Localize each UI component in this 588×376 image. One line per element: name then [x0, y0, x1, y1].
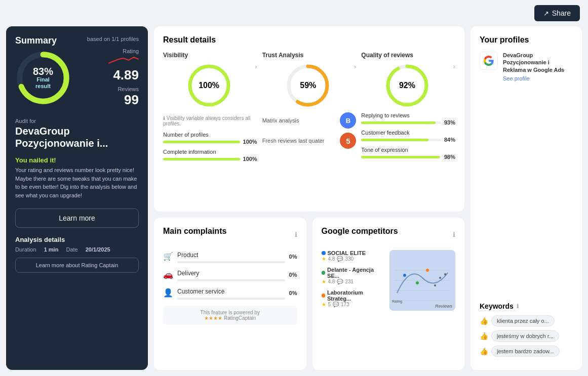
feedback-pct: 84% — [444, 137, 455, 143]
thumbs-up-icon-1: 👍 — [480, 332, 488, 340]
num-profiles-bar — [163, 141, 240, 143]
result-details-title: Result details — [163, 35, 455, 45]
result-details-card: Result details Visibility 100% › ℹ — [154, 26, 464, 212]
competitor-meta-2: ★ 5 💬 173 — [322, 302, 385, 307]
competitor-name-2: Laboratorium Strateg... — [327, 289, 384, 302]
thumbs-up-icon-0: 👍 — [480, 317, 488, 325]
competitors-chart: Rating Reviews — [389, 250, 455, 311]
competitors-chart-svg: Rating — [389, 250, 455, 311]
num-profiles-pct: 100% — [243, 139, 257, 145]
visibility-nav-button[interactable]: › — [255, 63, 257, 70]
matrix-label: Matrix analysis — [262, 117, 335, 123]
final-label: Final result — [29, 76, 57, 90]
feedback-label: Customer feedback — [361, 130, 455, 136]
competitor-rating-1: 4.8 — [328, 279, 335, 284]
competitor-dot-0 — [322, 251, 326, 255]
quality-nav-button[interactable]: › — [453, 63, 455, 70]
share-button[interactable]: Share — [534, 5, 580, 21]
competitors-inner: SOCIAL ELITE ★ 4.8 💬 330 Delante - Agen — [322, 250, 456, 312]
profile-info: DevaGroup Pozycjonowanie i Reklama w Goo… — [503, 52, 573, 81]
trust-nav-button[interactable]: › — [354, 63, 356, 70]
trust-circle: 59% — [285, 63, 331, 108]
learn-captain-button[interactable]: Learn more about Rating Captain — [15, 258, 139, 273]
svg-point-17 — [439, 277, 441, 279]
replying-label: Replying to reviews — [361, 112, 455, 118]
see-profile-link[interactable]: See profile — [503, 75, 573, 81]
competitor-reviews-1: 231 — [345, 279, 354, 284]
competitors-info-button[interactable]: ℹ — [453, 231, 455, 238]
analysis-meta: Duration 1 min Date 20/1/2025 — [15, 246, 139, 253]
complaint-service: 👤 Customer service 0% — [163, 286, 297, 300]
star-icon-1: ★ — [322, 279, 326, 284]
comment-icon-1: 💬 — [337, 279, 343, 284]
rating-sparkline — [108, 54, 139, 65]
tone-pct: 98% — [444, 154, 455, 160]
trust-section: Trust Analysis 59% › Matrix analysis B — [262, 52, 357, 166]
bottom-row: Main complaints ℹ 🛒 Product 0% 🚗 Deliver… — [154, 218, 464, 370]
complaint-delivery-bar — [177, 279, 285, 281]
keyword-item-2: 👍 jestem bardzo zadow... — [480, 346, 573, 357]
competitor-name-1: Delante - Agencja SE... — [327, 267, 384, 279]
star-icon-2: ★ — [322, 302, 326, 307]
final-score-donut: 83% Final result — [15, 50, 71, 106]
keyword-tag-1[interactable]: jesteśmy w dobrych r... — [491, 330, 559, 342]
google-icon — [480, 52, 498, 70]
complaint-product-name: Product — [177, 252, 198, 259]
competitor-rating-2: 5 — [328, 302, 331, 307]
thumbs-up-icon-2: 👍 — [480, 347, 488, 355]
rating-area: Rating 4.89 Reviews 99 — [108, 48, 139, 108]
visibility-note: ℹ Visibility variable always considers a… — [163, 115, 257, 127]
powered-brand: RatingCaptain — [224, 315, 256, 321]
profiles-title: Your profiles — [480, 35, 573, 45]
complaint-delivery-name: Delivery — [177, 270, 199, 277]
svg-point-15 — [426, 269, 429, 272]
competitors-list: SOCIAL ELITE ★ 4.8 💬 330 Delante - Agen — [322, 250, 385, 312]
profiles-list: DevaGroup Pozycjonowanie i Reklama w Goo… — [480, 52, 573, 294]
competitor-reviews-0: 330 — [345, 256, 354, 262]
rating-label: Rating — [108, 48, 139, 54]
profile-item: DevaGroup Pozycjonowanie i Reklama w Goo… — [480, 52, 573, 81]
complaint-product-info: Product — [177, 250, 285, 263]
competitor-reviews-2: 173 — [341, 302, 349, 307]
complaints-card: Main complaints ℹ 🛒 Product 0% 🚗 Deliver… — [154, 218, 306, 370]
keywords-section: Keywords ℹ 👍 klienta przez cały o... 👍 j… — [480, 302, 573, 361]
keyword-item-0: 👍 klienta przez cały o... — [480, 315, 573, 326]
complaint-service-name: Customer service — [177, 288, 224, 295]
keyword-tag-0[interactable]: klienta przez cały o... — [491, 315, 555, 326]
analysis-details: Analysis details Duration 1 min Date 20/… — [15, 236, 139, 253]
keyword-tag-2[interactable]: jestem bardzo zadow... — [491, 346, 560, 357]
rating-value: 4.89 — [108, 67, 139, 83]
learn-more-button[interactable]: Learn more — [15, 208, 139, 228]
complaint-delivery-pct: 0% — [289, 272, 297, 278]
visibility-section: Visibility 100% › ℹ Visibility variable … — [163, 52, 257, 166]
star-icon-0: ★ — [322, 256, 326, 262]
complaint-delivery: 🚗 Delivery 0% — [163, 268, 297, 281]
complaint-service-info: Customer service — [177, 286, 285, 300]
audit-name: DevaGroup Pozycjonowanie i... — [15, 125, 139, 149]
competitors-header: Google competitors ℹ — [322, 227, 456, 243]
service-icon: 👤 — [163, 288, 173, 298]
tone-label: Tone of expression — [361, 147, 455, 153]
powered-by-section: This feature is powered by ★★★★ RatingCa… — [163, 306, 297, 325]
competitor-0: SOCIAL ELITE ★ 4.8 💬 330 — [322, 250, 385, 262]
svg-point-13 — [403, 274, 406, 277]
complaints-header: Main complaints ℹ — [163, 227, 297, 243]
summary-card: Summary based on 1/1 profiles 83% Final … — [6, 26, 148, 370]
complaints-title: Main complaints — [163, 227, 226, 236]
visibility-percent: 100% — [199, 81, 219, 90]
fresh-badge: 5 — [340, 133, 356, 149]
audit-for-label: Audit for — [15, 118, 139, 124]
keywords-info-icon: ℹ — [517, 303, 519, 310]
reviews-label: Reviews — [108, 86, 139, 92]
competitor-rating-0: 4.8 — [328, 256, 335, 262]
competitor-name-0: SOCIAL ELITE — [328, 250, 366, 256]
powered-stars: ★★★★ — [204, 315, 222, 321]
profiles-card: Your profiles DevaGroup Pozycjonowanie i… — [471, 26, 582, 370]
visibility-title: Visibility — [163, 52, 257, 59]
quality-percent: 92% — [399, 81, 415, 90]
reviews-value: 99 — [108, 92, 139, 108]
svg-point-18 — [444, 273, 446, 275]
complaints-info-button[interactable]: ℹ — [295, 231, 297, 238]
competitors-card: Google competitors ℹ SOCIAL ELITE ★ 4.8 … — [312, 218, 465, 370]
trust-title: Trust Analysis — [262, 52, 357, 59]
